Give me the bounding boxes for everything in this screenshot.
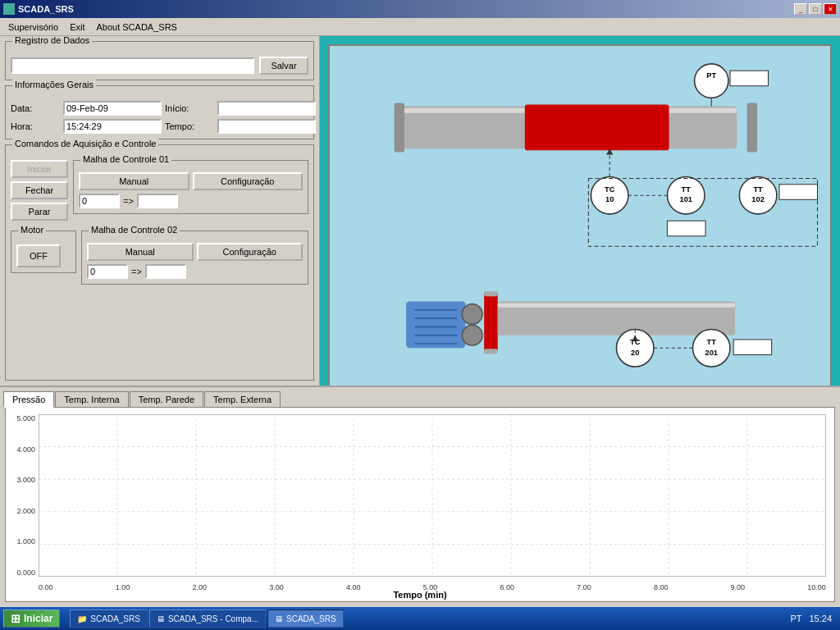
- fechar-button[interactable]: Fechar: [11, 181, 68, 199]
- taskbar-item-2[interactable]: 🖥 SCADA_SRS: [267, 609, 344, 628]
- inicio-value: [217, 101, 316, 116]
- menu-supervisorio[interactable]: Supervisório: [3, 21, 63, 34]
- malha01-manual-button[interactable]: Manual: [79, 172, 189, 190]
- svg-rect-36: [484, 349, 498, 354]
- malha01-arrow: =>: [123, 196, 134, 206]
- menu-about[interactable]: About SCADA_SRS: [91, 21, 181, 34]
- svg-rect-19: [667, 221, 705, 236]
- taskbar-item-label-2: SCADA_SRS: [286, 614, 336, 623]
- chart-section: Pressão Temp. Interna Temp. Parede Temp.…: [0, 386, 840, 607]
- y-label-2: 2.000: [7, 507, 35, 515]
- y-label-5: 5.000: [7, 414, 35, 422]
- chart-container: 5.000 4.000 3.000 2.000 1.000 0.000: [5, 407, 835, 602]
- taskbar-time: PT 15:24: [785, 614, 837, 623]
- svg-rect-35: [484, 291, 498, 296]
- time-label: 15:24: [809, 614, 832, 623]
- taskbar-item-0[interactable]: 📁 SCADA_SRS: [70, 609, 148, 628]
- malha01-label: Malha de Controle 01: [80, 154, 171, 164]
- malha02-output: [145, 264, 186, 279]
- svg-text:TT: TT: [682, 185, 692, 194]
- inicio-label: Início:: [165, 103, 214, 113]
- svg-rect-6: [747, 103, 757, 152]
- tab-pressao[interactable]: Pressão: [3, 391, 54, 408]
- svg-text:TC: TC: [605, 185, 615, 194]
- menu-exit[interactable]: Exit: [65, 21, 89, 34]
- taskbar: ⊞ Iniciar 📁 SCADA_SRS 🖥 SCADA_SRS - Comp…: [0, 607, 840, 630]
- svg-rect-5: [395, 103, 404, 152]
- y-label-1: 1.000: [7, 537, 35, 546]
- svg-text:201: 201: [705, 349, 718, 357]
- salvar-button[interactable]: Salvar: [259, 57, 308, 75]
- taskbar-item-label-1: SCADA_SRS - Compa...: [168, 614, 258, 623]
- menu-bar: Supervisório Exit About SCADA_SRS: [0, 18, 840, 36]
- motor-group: Motor OFF: [11, 231, 76, 273]
- svg-text:TT: TT: [753, 185, 763, 194]
- commands-label: Comandos de Aquisição e Controle: [12, 139, 158, 148]
- diagram-panel: PT TC 10 TT 101: [320, 36, 840, 386]
- svg-point-7: [695, 64, 728, 98]
- commands-group: Comandos de Aquisição e Controle Iniciar…: [5, 144, 314, 381]
- monitor-icon: 🖥: [275, 614, 283, 623]
- diagram-area: PT TC 10 TT 101: [328, 44, 832, 386]
- data-label: Data:: [11, 103, 60, 113]
- windows-icon: ⊞: [11, 612, 21, 625]
- motor-off-button[interactable]: OFF: [16, 244, 61, 267]
- close-button[interactable]: ✕: [824, 3, 837, 15]
- maximize-button[interactable]: □: [809, 3, 822, 15]
- chart-y-labels: 5.000 4.000 3.000 2.000 1.000 0.000: [7, 414, 37, 577]
- tab-temp-interna[interactable]: Temp. Interna: [55, 391, 128, 408]
- chart-svg: [39, 414, 826, 577]
- hora-value: 15:24:29: [63, 119, 162, 134]
- registro-input[interactable]: [11, 57, 254, 74]
- svg-rect-38: [498, 303, 735, 307]
- title-bar: SCADA_SRS _ □ ✕: [0, 0, 840, 18]
- start-label: Iniciar: [24, 613, 52, 624]
- malha02-group: Malha de Controle 02 Manual Configuração…: [81, 231, 308, 285]
- svg-text:10: 10: [605, 195, 614, 203]
- folder-icon: 📁: [77, 614, 87, 623]
- iniciar-button[interactable]: Iniciar: [11, 160, 68, 178]
- window-controls: _ □ ✕: [794, 3, 837, 15]
- tab-temp-externa[interactable]: Temp. Externa: [204, 391, 281, 408]
- svg-point-33: [462, 325, 482, 345]
- svg-rect-26: [406, 301, 465, 348]
- svg-text:101: 101: [679, 195, 692, 203]
- lang-label: PT: [790, 614, 801, 623]
- svg-rect-47: [733, 340, 772, 355]
- svg-rect-4: [525, 105, 669, 151]
- malha01-output: [137, 194, 178, 208]
- motor-label: Motor: [18, 225, 46, 235]
- info-group: Informações Gerais Data: 09-Feb-09 Iníci…: [5, 85, 314, 139]
- malha02-input[interactable]: [87, 264, 128, 279]
- malha01-group: Malha de Controle 01 Manual Configuração…: [73, 160, 308, 214]
- taskbar-item-label-0: SCADA_SRS: [90, 614, 140, 623]
- minimize-button[interactable]: _: [794, 3, 807, 15]
- hora-label: Hora:: [11, 121, 60, 131]
- svg-text:20: 20: [631, 349, 639, 357]
- svg-text:TT: TT: [707, 338, 717, 346]
- malha02-manual-button[interactable]: Manual: [87, 243, 194, 261]
- malha02-arrow: =>: [131, 267, 142, 276]
- app-icon-1: 🖥: [157, 614, 165, 623]
- svg-rect-24: [779, 185, 818, 200]
- malha02-label: Malha de Controle 02: [89, 225, 180, 235]
- registro-group: Registro de Dados Salvar: [5, 41, 314, 80]
- app-icon: [3, 3, 15, 15]
- svg-rect-0: [3, 3, 15, 15]
- tabs-row: Pressão Temp. Interna Temp. Parede Temp.…: [0, 387, 840, 407]
- start-button[interactable]: ⊞ Iniciar: [3, 609, 60, 628]
- tempo-label: Tempo:: [165, 121, 214, 131]
- tab-temp-parede[interactable]: Temp. Parede: [130, 391, 203, 408]
- svg-rect-34: [484, 293, 498, 352]
- svg-rect-10: [730, 71, 769, 86]
- tempo-value: [217, 119, 316, 134]
- chart-x-title: Tempo (min): [6, 590, 834, 600]
- taskbar-item-1[interactable]: 🖥 SCADA_SRS - Compa...: [149, 609, 266, 628]
- parar-button[interactable]: Parar: [11, 203, 68, 221]
- malha02-config-button[interactable]: Configuração: [197, 243, 304, 261]
- malha01-config-button[interactable]: Configuração: [193, 172, 304, 190]
- malha01-input[interactable]: [79, 194, 120, 208]
- y-label-0: 0.000: [7, 568, 35, 577]
- svg-text:PT: PT: [706, 71, 716, 80]
- svg-text:102: 102: [751, 195, 765, 203]
